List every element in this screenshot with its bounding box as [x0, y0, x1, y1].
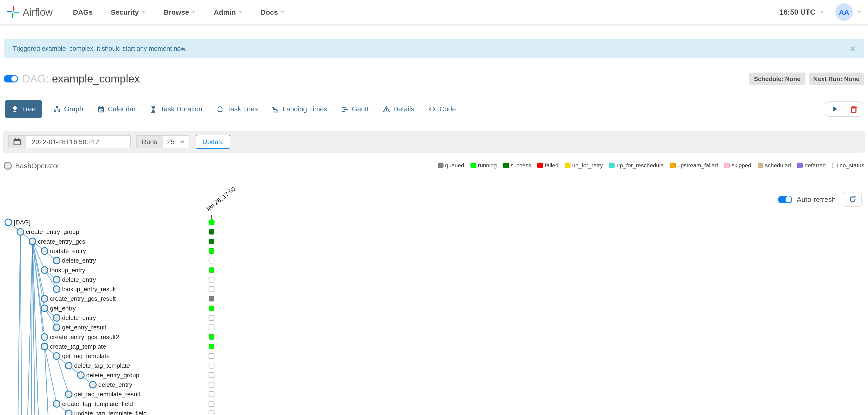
task-label[interactable]: delete_entry [62, 257, 96, 264]
delete-dag-button[interactable] [844, 102, 863, 116]
task-node-circle[interactable] [53, 276, 60, 283]
task-label[interactable]: lookup_entry_result [62, 286, 116, 293]
task-status-square[interactable] [209, 391, 214, 397]
task-label[interactable]: [DAG] [14, 219, 31, 226]
task-node-circle[interactable] [17, 229, 24, 235]
task-status-square[interactable] [209, 296, 214, 301]
task-node-circle[interactable] [41, 295, 48, 302]
task-node-circle[interactable] [65, 362, 72, 369]
task-status-square[interactable] [209, 315, 214, 320]
view-tabs: TreeGraphCalendarTask DurationTask Tries… [0, 100, 868, 118]
task-node-circle[interactable] [90, 381, 96, 388]
legend-label: no_status [840, 162, 864, 169]
refresh-button[interactable] [843, 192, 862, 207]
task-status-square[interactable] [209, 382, 214, 387]
task-label[interactable]: update_tag_template_field [74, 410, 147, 415]
dag-pause-toggle[interactable] [4, 75, 18, 83]
task-status-square[interactable] [209, 363, 214, 368]
task-label[interactable]: create_entry_gcs_result2 [50, 333, 119, 340]
trigger-dag-button[interactable] [825, 102, 844, 116]
tab-graph[interactable]: Graph [54, 100, 83, 118]
task-label[interactable]: delete_entry [62, 314, 96, 321]
task-label[interactable]: get_entry_result [62, 324, 106, 331]
task-node-circle[interactable] [41, 334, 48, 340]
task-node-circle[interactable] [41, 267, 48, 273]
schedule-badge[interactable]: Schedule: None [749, 72, 805, 85]
task-status-square[interactable] [209, 248, 214, 254]
task-status-square[interactable] [209, 239, 214, 244]
task-label[interactable]: delete_entry_group [86, 372, 139, 379]
runs-label: Runs [136, 135, 162, 148]
task-label[interactable]: create_entry_gcs_result [50, 295, 116, 302]
task-node-circle[interactable] [53, 257, 60, 264]
task-node-circle[interactable] [29, 238, 36, 245]
tab-gantt[interactable]: Gantt [341, 100, 369, 118]
task-status-square[interactable] [209, 353, 214, 359]
task-node-circle[interactable] [53, 324, 60, 331]
task-label[interactable]: delete_entry [98, 381, 132, 388]
task-status-square[interactable] [209, 258, 214, 263]
flash-alert: Triggered example_complex, it should sta… [4, 39, 864, 58]
base-date-group [8, 135, 131, 148]
task-label[interactable]: get_tag_template_result [74, 391, 141, 398]
tab-details[interactable]: Details [383, 100, 414, 118]
task-node-circle[interactable] [65, 410, 72, 415]
task-node-circle[interactable] [78, 372, 84, 379]
status-swatch-icon [470, 162, 476, 168]
update-button[interactable]: Update [196, 135, 230, 149]
legend-item-deferred: deferred [797, 162, 826, 169]
task-status-square[interactable] [209, 344, 214, 349]
tab-code[interactable]: Code [429, 100, 456, 118]
task-status-square[interactable] [209, 401, 214, 407]
task-node-circle[interactable] [41, 305, 48, 312]
close-icon[interactable]: × [850, 44, 855, 53]
task-node-circle[interactable] [53, 286, 60, 293]
task-label[interactable]: get_entry [50, 305, 75, 312]
task-label[interactable]: delete_entry [62, 276, 96, 283]
task-status-square[interactable] [209, 287, 214, 292]
task-status-square[interactable] [209, 411, 214, 415]
nav-item-browse[interactable]: Browse [154, 8, 205, 16]
task-label[interactable]: create_entry_group [26, 228, 79, 235]
legend-item-success: success [503, 162, 531, 169]
task-status-square[interactable] [209, 277, 214, 282]
dag-run-status-circle[interactable] [209, 219, 215, 226]
task-status-square[interactable] [209, 334, 214, 339]
nav-item-docs[interactable]: Docs [252, 8, 293, 16]
task-node-circle[interactable] [65, 391, 72, 397]
tab-landing-times[interactable]: Landing Times [272, 100, 328, 118]
task-label[interactable]: get_tag_template [62, 352, 110, 359]
task-node-circle[interactable] [41, 343, 48, 350]
nav-item-security[interactable]: Security [102, 8, 154, 16]
nav-item-dags[interactable]: DAGs [64, 8, 102, 16]
airflow-brand[interactable]: Airflow [7, 6, 53, 19]
task-label[interactable]: create_tag_template_field [62, 400, 133, 408]
base-date-input[interactable] [26, 135, 131, 148]
task-status-square[interactable] [209, 373, 214, 378]
avatar[interactable]: AA [835, 3, 853, 21]
task-node-circle[interactable] [53, 401, 60, 407]
task-node-circle[interactable] [5, 219, 11, 226]
calendar-addon[interactable] [8, 135, 26, 148]
task-status-square[interactable] [209, 325, 214, 330]
task-node-circle[interactable] [53, 353, 60, 359]
task-node-circle[interactable] [53, 315, 60, 321]
tab-task-duration[interactable]: Task Duration [150, 100, 202, 118]
task-node-circle[interactable] [41, 248, 48, 254]
tab-tree[interactable]: Tree [5, 100, 42, 118]
task-label[interactable]: delete_tag_template [74, 362, 130, 369]
task-label[interactable]: create_tag_template [50, 343, 106, 350]
tab-task-tries[interactable]: Task Tries [217, 100, 258, 118]
task-label[interactable]: lookup_entry [50, 267, 85, 274]
nav-item-admin[interactable]: Admin [205, 8, 251, 16]
task-status-square[interactable] [209, 229, 214, 234]
task-status-square[interactable] [209, 306, 214, 311]
tab-calendar[interactable]: Calendar [97, 100, 136, 118]
task-label[interactable]: update_entry [50, 247, 86, 255]
utc-clock[interactable]: 16:50 UTC [779, 8, 815, 17]
task-status-square[interactable] [209, 268, 214, 273]
runs-select[interactable]: 25 [162, 135, 190, 148]
autorefresh-toggle[interactable] [778, 196, 793, 203]
calendar-icon [13, 138, 21, 146]
task-label[interactable]: create_entry_gcs [38, 238, 85, 245]
